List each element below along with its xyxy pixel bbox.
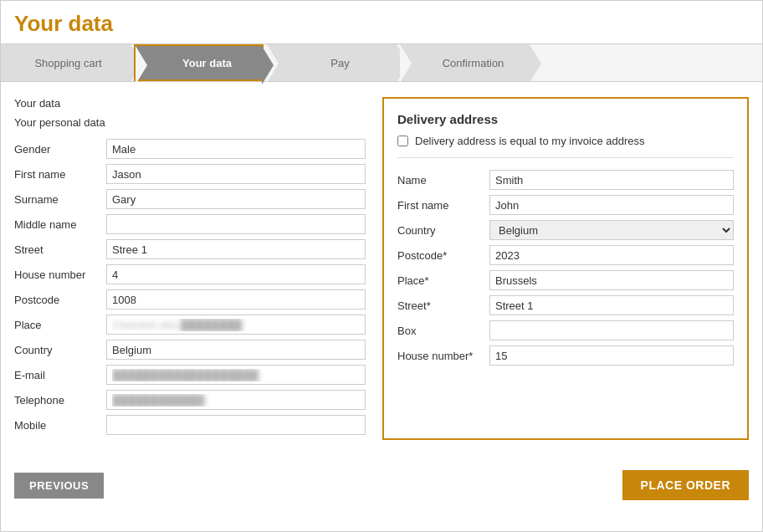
step-your-data-label: Your data [182, 57, 232, 69]
input-place[interactable] [106, 315, 366, 335]
field-telephone: Telephone [14, 390, 366, 410]
input-firstname[interactable] [106, 164, 366, 184]
step-shopping-cart[interactable]: Shopping cart [1, 44, 131, 81]
field-place: Place [14, 315, 366, 335]
label-country: Country [14, 344, 106, 356]
field-postcode: Postcode [14, 289, 366, 309]
previous-button[interactable]: PREVIOUS [14, 473, 104, 499]
delivery-label-country: Country [397, 224, 489, 237]
field-gender: Gender [14, 139, 366, 159]
input-gender[interactable] [106, 139, 366, 159]
delivery-field-place: Place* [397, 270, 734, 290]
delivery-field-country: Country Belgium Netherlands France Germa… [397, 220, 734, 240]
field-email: E-mail [14, 365, 366, 385]
label-telephone: Telephone [14, 394, 106, 407]
delivery-label-box: Box [397, 325, 489, 337]
delivery-input-firstname[interactable] [489, 195, 734, 215]
left-panel: Your data Your personal data Gender Firs… [14, 97, 366, 440]
delivery-input-street[interactable] [489, 295, 734, 315]
section-your-data: Your data [14, 97, 366, 110]
label-middlename: Middle name [14, 218, 106, 231]
label-email: E-mail [14, 369, 106, 381]
delivery-checkbox[interactable] [397, 136, 408, 146]
label-street: Street [14, 243, 106, 256]
label-gender: Gender [14, 143, 106, 156]
delivery-field-postcode: Postcode* [397, 245, 734, 265]
delivery-label-postcode: Postcode* [397, 249, 489, 262]
input-middlename[interactable] [106, 214, 366, 234]
label-place: Place [14, 319, 106, 331]
place-order-button[interactable]: PLACE ORDER [622, 470, 749, 500]
delivery-label-place: Place* [397, 274, 489, 287]
field-country: Country [14, 340, 366, 360]
input-housenumber[interactable] [106, 264, 366, 284]
step-confirmation-label: Confirmation [443, 57, 504, 69]
delivery-label-housenumber: House number* [397, 350, 489, 362]
field-housenumber: House number [14, 264, 366, 284]
delivery-input-place[interactable] [489, 270, 734, 290]
delivery-checkbox-row: Delivery address is equal to my invoice … [397, 135, 734, 158]
step-pay[interactable]: Pay [267, 44, 397, 81]
label-surname: Surname [14, 193, 106, 206]
label-mobile: Mobile [14, 419, 106, 432]
delivery-title: Delivery address [397, 112, 734, 126]
input-mobile[interactable] [106, 415, 366, 435]
delivery-label-name: Name [397, 174, 489, 187]
input-telephone[interactable] [106, 390, 366, 410]
input-postcode[interactable] [106, 289, 366, 309]
delivery-field-name: Name [397, 170, 734, 190]
steps-bar: Shopping cart Your data Pay Confirmation [1, 43, 762, 82]
delivery-field-firstname: First name [397, 195, 734, 215]
label-firstname: First name [14, 168, 106, 181]
input-street[interactable] [106, 239, 366, 259]
delivery-input-housenumber[interactable] [489, 345, 734, 366]
input-email[interactable] [106, 365, 366, 385]
field-street: Street [14, 239, 366, 259]
delivery-checkbox-label: Delivery address is equal to my invoice … [415, 135, 645, 147]
footer-bar: PREVIOUS PLACE ORDER [1, 462, 762, 509]
step-pay-label: Pay [330, 57, 349, 69]
delivery-label-firstname: First name [397, 199, 489, 212]
delivery-input-box[interactable] [489, 320, 734, 340]
section-personal-data: Your personal data [14, 116, 366, 129]
label-housenumber: House number [14, 269, 106, 281]
field-middlename: Middle name [14, 214, 366, 234]
label-postcode: Postcode [14, 294, 106, 306]
delivery-label-street: Street* [397, 299, 489, 312]
input-surname[interactable] [106, 189, 366, 209]
delivery-input-name[interactable] [489, 170, 734, 190]
field-surname: Surname [14, 189, 366, 209]
right-panel: Delivery address Delivery address is equ… [382, 97, 749, 440]
input-country[interactable] [106, 340, 366, 360]
step-shopping-cart-label: Shopping cart [34, 57, 101, 69]
field-mobile: Mobile [14, 415, 366, 435]
field-firstname: First name [14, 164, 366, 184]
delivery-input-postcode[interactable] [489, 245, 734, 265]
main-content: Your data Your personal data Gender Firs… [1, 97, 762, 453]
step-confirmation[interactable]: Confirmation [400, 44, 530, 81]
page-title: Your data [1, 1, 762, 43]
delivery-select-country[interactable]: Belgium Netherlands France Germany [489, 220, 734, 240]
step-your-data[interactable]: Your data [134, 44, 264, 81]
delivery-field-housenumber: House number* [397, 345, 734, 366]
delivery-field-street: Street* [397, 295, 734, 315]
delivery-field-box: Box [397, 320, 734, 340]
